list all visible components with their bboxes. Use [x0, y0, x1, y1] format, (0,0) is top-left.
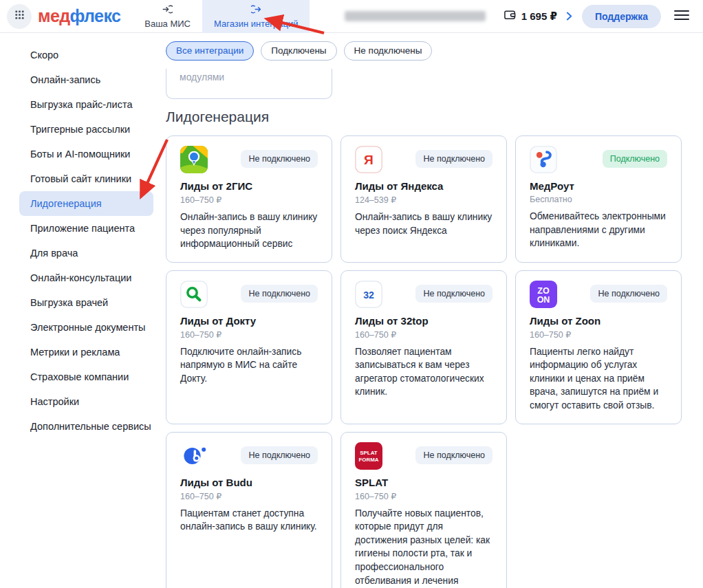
- yandex-icon: Я: [355, 146, 382, 173]
- status-badge: Не подключено: [415, 446, 493, 464]
- 2gis-icon: [180, 146, 208, 173]
- card-title: Лиды от Budu: [180, 477, 318, 488]
- card-description: Позволяет пациентам записываться к вам ч…: [355, 345, 493, 399]
- medflex-logo[interactable]: медфлекс: [38, 6, 120, 26]
- your-mis-tab[interactable]: Ваша МИС: [133, 0, 202, 33]
- sidebar-item-bots-ai-assistants[interactable]: Боты и AI-помощники: [0, 142, 166, 166]
- card-title: SPLAT: [355, 477, 493, 488]
- card-price: 160–750 ₽: [355, 491, 493, 501]
- apps-grid-icon: [14, 9, 25, 23]
- card-description: Пациенты легко найдут информацию об услу…: [530, 345, 667, 413]
- main-content: Все интеграцииПодключеныНе подключены мо…: [166, 33, 703, 588]
- integration-card-doctu[interactable]: Не подключено Лиды от Докту 160–750 ₽ По…: [166, 270, 332, 424]
- wallet-icon: [504, 8, 517, 24]
- integration-card-yandex[interactable]: Я Не подключено Лиды от Яндекса 124–539 …: [340, 135, 507, 263]
- filter-chip-connected[interactable]: Подключены: [261, 41, 336, 61]
- card-top-row: Не подключено: [180, 146, 318, 173]
- redacted-clinic-name: [345, 11, 486, 21]
- support-button[interactable]: Поддержка: [582, 5, 661, 28]
- sidebar-item-price-list-upload[interactable]: Выгрузка прайс-листа: [0, 92, 166, 117]
- apps-grid-button[interactable]: [7, 4, 32, 29]
- wallet-balance[interactable]: 1 695 ₽: [504, 8, 572, 24]
- doctu-icon: [180, 281, 208, 308]
- integration-card-budu[interactable]: Не подключено Лиды от Budu 160–750 ₽ Пац…: [166, 432, 332, 588]
- svg-text:ON: ON: [537, 294, 550, 304]
- card-description: Обменивайтесь электронными направлениями…: [530, 210, 667, 250]
- hamburger-menu-button[interactable]: [674, 10, 689, 23]
- 32top-icon: 32: [355, 281, 382, 308]
- sidebar-item-trigger-mailings[interactable]: Триггерные рассылки: [0, 117, 166, 142]
- chevron-right-icon: [566, 12, 572, 21]
- login-arrow-icon: [162, 4, 173, 17]
- header-tabs: Ваша МИС Магазин интеграций: [133, 0, 310, 33]
- integrations-market-tab[interactable]: Магазин интеграций: [202, 0, 310, 33]
- card-title: Лиды от 2ГИС: [180, 180, 318, 192]
- integration-card-zoon[interactable]: ZOON Не подключено Лиды от Zoon 160–750 …: [515, 270, 682, 424]
- sidebar-item-for-doctor[interactable]: Для врача: [0, 241, 166, 265]
- sidebar-item-settings[interactable]: Настройки: [0, 389, 166, 414]
- filter-chips: Все интеграцииПодключеныНе подключены: [166, 41, 682, 61]
- market-arrow-icon: [251, 4, 261, 17]
- sidebar-item-soon[interactable]: Скоро: [0, 43, 166, 67]
- card-title: МедРоут: [530, 180, 667, 192]
- card-description: Получайте новых пациентов, которые приду…: [355, 507, 493, 588]
- integration-card-32top[interactable]: 32 Не подключено Лиды от 32top 160–750 ₽…: [340, 270, 507, 424]
- card-price: Бесплатно: [530, 195, 667, 204]
- card-top-row: SPLATFORMA Не подключено: [355, 442, 493, 470]
- medflex-app: медфлекс Ваша МИС Магазин интеграций 1 6…: [0, 0, 703, 588]
- card-description: Пациентам станет доступна онлайн-запись …: [180, 507, 318, 534]
- card-description: Онлайн-запись в вашу клинику через попул…: [180, 210, 318, 251]
- sidebar-item-additional-services[interactable]: Дополнительные сервисы: [0, 414, 166, 439]
- status-badge: Не подключено: [415, 150, 493, 168]
- partial-scrolled-card[interactable]: модулями: [166, 69, 332, 99]
- tab-label: Ваша МИС: [144, 19, 191, 29]
- card-top-row: Я Не подключено: [355, 146, 493, 173]
- partial-card-text: модулями: [180, 72, 224, 83]
- top-header: медфлекс Ваша МИС Магазин интеграций 1 6…: [0, 0, 703, 33]
- card-title: Лиды от Яндекса: [355, 180, 493, 192]
- integration-card-splat[interactable]: SPLATFORMA Не подключено SPLAT 160–750 ₽…: [340, 432, 507, 588]
- card-price: 160–750 ₽: [180, 329, 318, 340]
- status-badge: Не подключено: [590, 285, 667, 303]
- status-badge: Не подключено: [415, 285, 493, 303]
- sidebar-item-online-consultations[interactable]: Онлайн-консультации: [0, 265, 166, 290]
- sidebar-item-metrics-ads[interactable]: Метрики и реклама: [0, 340, 166, 364]
- card-top-row: Подключено: [530, 146, 667, 173]
- card-description: Подключите онлайн-запись напрямую в МИС …: [180, 345, 318, 386]
- card-title: Лиды от Zoon: [530, 315, 667, 327]
- card-price: 160–750 ₽: [180, 195, 318, 205]
- section-title: Лидогенерация: [166, 109, 682, 125]
- sidebar-item-doctors-upload[interactable]: Выгрузка врачей: [0, 290, 166, 315]
- integration-cards-grid: Не подключено Лиды от 2ГИС 160–750 ₽ Онл…: [166, 135, 682, 588]
- sidebar-item-ready-clinic-site[interactable]: Готовый сайт клиники: [0, 166, 166, 191]
- filter-chip-not-connected[interactable]: Не подключены: [344, 41, 433, 61]
- sidebar-item-electronic-documents[interactable]: Электронные документы: [0, 315, 166, 340]
- card-description: Онлайн-запись в вашу клинику через поиск…: [355, 210, 493, 237]
- card-title: Лиды от Докту: [180, 315, 318, 327]
- card-top-row: 32 Не подключено: [355, 281, 493, 308]
- header-right-cluster: 1 695 ₽ Поддержка: [345, 5, 692, 28]
- card-top-row: Не подключено: [180, 281, 318, 308]
- medrout-icon: [530, 146, 557, 173]
- status-badge: Подключено: [603, 150, 667, 168]
- svg-text:32: 32: [363, 290, 374, 301]
- svg-text:ZO: ZO: [537, 285, 550, 295]
- budu-icon: [180, 442, 208, 470]
- integration-card-2gis[interactable]: Не подключено Лиды от 2ГИС 160–750 ₽ Онл…: [166, 135, 332, 263]
- status-badge: Не подключено: [241, 446, 318, 464]
- sidebar-item-online-booking[interactable]: Онлайн-запись: [0, 67, 166, 92]
- sidebar-item-insurance-companies[interactable]: Страховые компании: [0, 364, 166, 389]
- sidebar-item-patient-app[interactable]: Приложение пациента: [0, 216, 166, 241]
- card-price: 160–750 ₽: [530, 329, 667, 340]
- balance-amount: 1 695 ₽: [521, 10, 557, 23]
- status-badge: Не подключено: [241, 150, 318, 168]
- integration-card-medrout[interactable]: Подключено МедРоут Бесплатно Обменивайте…: [515, 135, 682, 263]
- svg-text:SPLAT: SPLAT: [360, 450, 377, 456]
- splat-icon: SPLATFORMA: [355, 442, 382, 470]
- sidebar-item-lead-generation[interactable]: Лидогенерация: [19, 191, 153, 216]
- filter-chip-all-integrations[interactable]: Все интеграции: [166, 41, 254, 61]
- tab-label: Магазин интеграций: [214, 19, 298, 29]
- card-title: Лиды от 32top: [355, 315, 493, 327]
- card-price: 160–750 ₽: [180, 491, 318, 501]
- card-top-row: Не подключено: [180, 442, 318, 470]
